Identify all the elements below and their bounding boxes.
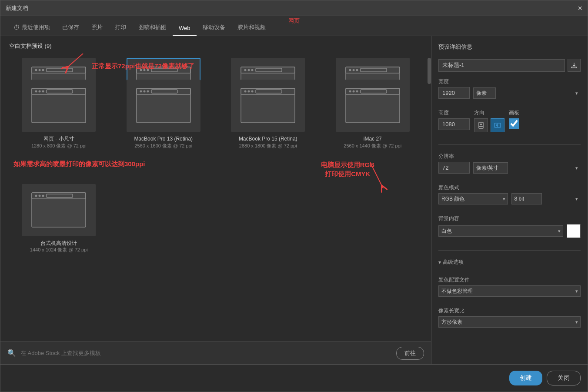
document-name-input[interactable] [438,59,565,72]
svg-rect-32 [137,88,190,123]
content-area: 空白文档预设 (9) [0,36,431,364]
background-select-wrap: 白色 [438,225,563,237]
svg-point-8 [140,69,142,71]
template-thumb-macbook15[interactable] [231,80,305,132]
templates-scroll[interactable]: 网页 - 最常见尺寸 1366 x 768 像素 @ 72 ppi [0,54,431,342]
background-select[interactable]: 白色 [438,225,563,237]
background-color-preview[interactable] [567,224,581,238]
template-macbook15[interactable]: MacBook Pro 15 (Retina) 2880 x 1800 像素 @… [218,80,318,149]
width-unit-select[interactable]: 像素 [473,87,496,99]
create-button[interactable]: 创建 [509,371,542,385]
tab-film[interactable]: 胶片和视频 [231,20,272,36]
annotation-rgb-cmyk: 电脑显示使用RGB 打印使用CMYK [321,161,374,178]
width-unit-wrap: 像素 [473,87,581,99]
svg-point-42 [251,90,254,93]
right-panel: 预设详细信息 宽度 像素 [431,36,588,364]
color-mode-select[interactable]: RGB 颜色 [438,193,508,204]
canvas-checkbox[interactable] [509,118,519,129]
template-thumb-web-small[interactable] [22,80,96,132]
template-imac27[interactable]: iMac 27 2560 x 1440 像素 @ 72 ppi [323,80,423,149]
svg-point-3 [39,69,41,71]
resolution-input[interactable] [438,162,470,174]
template-macbook13[interactable]: MacBook Pro 13 (Retina) 2560 x 1600 像素 @… [114,80,214,149]
template-web-small[interactable]: 网页 - 小尺寸 1280 x 800 像素 @ 72 ppi [9,80,109,149]
search-input[interactable] [20,350,392,356]
svg-point-9 [143,69,145,71]
save-preset-button[interactable] [568,59,581,72]
canvas-label: 画板 [509,109,519,117]
template-thumb-desktop-hd[interactable] [22,184,96,236]
svg-point-30 [42,90,44,93]
bit-depth-select[interactable]: 8 bit [511,193,542,204]
width-input[interactable] [438,87,470,99]
title-close-button[interactable]: × [578,4,582,12]
bit-depth-wrap: 8 bit [511,193,581,204]
template-label-desktop-hd: 台式机高清设计 [40,240,77,247]
close-button[interactable]: 关闭 [547,371,581,385]
tab-web[interactable]: Web [173,21,197,36]
annotation-300ppi: 如果需求高的喷墨打印的像素可以达到300ppi [13,160,145,168]
search-bar: 🔍 前往 [0,342,431,364]
advanced-label: 高级选项 [443,258,464,266]
name-row [438,59,581,72]
template-sub-macbook13: 2560 x 1600 像素 @ 72 ppi [134,143,192,149]
web-floating-label: 网页 [288,17,300,25]
scrollbar-track [428,54,431,342]
color-mode-row: 颜色模式 RGB 颜色 8 bit [438,184,581,204]
template-sub-imac27: 2560 x 1440 像素 @ 72 ppi [344,143,401,149]
background-row: 背景内容 白色 [438,215,581,238]
tab-artillustration[interactable]: 图稿和插图 [132,20,173,36]
svg-rect-59 [479,126,483,127]
save-icon [571,62,578,69]
svg-point-53 [35,195,37,197]
canvas-section: 画板 [509,109,519,130]
direction-label: 方向 [474,109,504,117]
color-mode-wrap: RGB 颜色 [438,193,508,204]
svg-point-29 [39,90,41,93]
svg-point-54 [39,195,41,197]
portrait-button[interactable] [474,118,488,132]
template-label-web-small: 网页 - 小尺寸 [43,135,74,143]
template-label-imac27: iMac 27 [364,135,382,143]
resolution-label: 分辨率 [438,153,581,160]
tab-photo[interactable]: 照片 [85,20,109,36]
svg-point-55 [42,195,44,197]
tab-print[interactable]: 打印 [109,20,132,36]
scrollbar-thumb[interactable] [428,58,431,84]
resolution-row: 分辨率 像素/英寸 [438,153,581,174]
svg-point-21 [352,69,354,71]
svg-point-28 [35,90,37,93]
preset-details-title: 预设详细信息 [438,43,581,51]
resolution-unit-select[interactable]: 像素/英寸 [473,162,508,174]
template-desktop-hd[interactable]: 台式机高清设计 1440 x 1024 像素 @ 72 ppi [9,184,109,254]
tab-recent[interactable]: ⏱ 最近使用项 [7,20,56,36]
color-mode-label: 颜色模式 [438,184,581,191]
svg-rect-62 [498,124,498,127]
new-document-dialog: 新建文档 × 网页 ⏱ 最近使用项 已保存 照片 打印 图稿和插图 Web 移动… [0,0,588,392]
template-sub-web-small: 1280 x 800 像素 @ 72 ppi [31,143,87,149]
svg-point-34 [140,90,142,93]
template-thumb-macbook13[interactable] [127,80,200,132]
svg-point-41 [248,90,250,93]
orientation-section: 方向 [474,109,504,132]
landscape-button[interactable] [491,118,504,132]
svg-point-35 [143,90,145,93]
tabs-bar: 网页 ⏱ 最近使用项 已保存 照片 打印 图稿和插图 Web 移动设备 胶片和视… [0,16,588,36]
color-profile-wrap: 不做色彩管理 [438,285,581,297]
height-label: 高度 [438,109,470,117]
template-thumb-imac27[interactable] [336,80,410,132]
advanced-options-toggle[interactable]: ▾ 高级选项 [438,258,581,266]
pixel-ratio-select[interactable]: 方形像素 [438,316,581,328]
pixel-ratio-label: 像素长宽比 [438,307,581,315]
color-profile-select[interactable]: 不做色彩管理 [438,285,581,297]
svg-point-61 [496,124,498,126]
landscape-icon [494,121,501,129]
tab-mobile[interactable]: 移动设备 [197,20,231,36]
pixel-ratio-row: 像素长宽比 方形像素 [438,307,581,328]
goto-button[interactable]: 前往 [396,347,424,360]
tab-saved[interactable]: 已保存 [56,20,85,36]
height-input[interactable] [438,118,470,130]
svg-point-40 [244,90,247,93]
pixel-ratio-wrap: 方形像素 [438,316,581,328]
svg-point-47 [352,90,354,93]
